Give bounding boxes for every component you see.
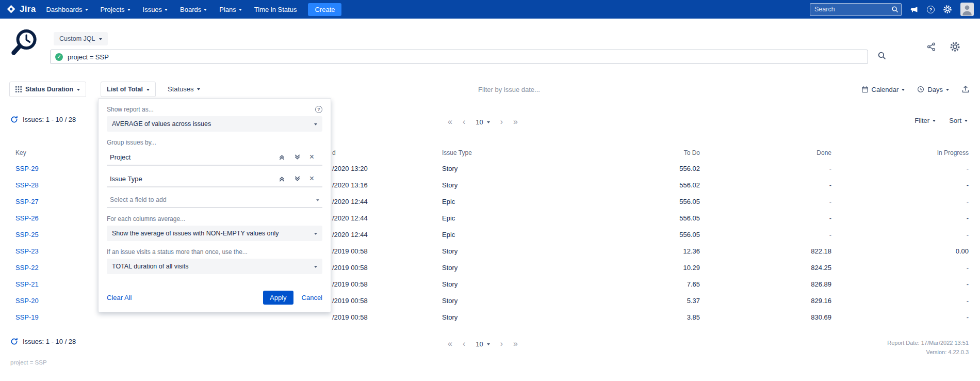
remove-field-icon[interactable]: ×: [309, 153, 314, 161]
chevron-down-icon: [239, 9, 242, 11]
nav-item-projects[interactable]: Projects: [101, 6, 130, 13]
remove-field-icon[interactable]: ×: [309, 174, 314, 183]
done-value: 830.69: [811, 313, 831, 321]
issue-type: Epic: [442, 198, 455, 205]
nav-left: Jira Dashboards Projects Issues Boards P…: [6, 3, 341, 16]
sort-button[interactable]: Sort: [949, 117, 968, 124]
first-page-button[interactable]: «: [448, 118, 452, 126]
issue-type: Story: [442, 297, 458, 305]
move-top-icon[interactable]: [279, 154, 285, 161]
statuses-button[interactable]: Statuses: [168, 85, 200, 93]
issue-created: /2019 00:58: [332, 297, 368, 305]
create-button[interactable]: Create: [308, 3, 341, 16]
to-do-value: 556.02: [679, 165, 700, 172]
nav-item-plans[interactable]: Plans: [219, 6, 242, 13]
move-top-icon[interactable]: [279, 176, 285, 182]
issue-key-link[interactable]: SSP-28: [15, 181, 39, 189]
nav-item-boards[interactable]: Boards: [180, 6, 207, 13]
issue-key-link[interactable]: SSP-29: [15, 165, 39, 172]
help-icon[interactable]: ?: [927, 6, 935, 13]
last-page-button[interactable]: »: [513, 118, 518, 126]
clear-all-link[interactable]: Clear All: [107, 294, 132, 301]
chevron-down-icon: [314, 233, 317, 235]
issue-key-link[interactable]: SSP-27: [15, 198, 39, 205]
chevron-down-icon: [902, 89, 905, 91]
group-field-name: Project: [110, 153, 130, 161]
refresh-icon[interactable]: [10, 338, 18, 345]
settings-gear-icon[interactable]: [950, 41, 960, 52]
page-size-select[interactable]: 10: [476, 340, 489, 348]
issue-created: /2020 13:16: [332, 181, 368, 189]
visits-select[interactable]: TOTAL duration of all visits: [107, 259, 322, 274]
nav-search-input[interactable]: [810, 3, 902, 16]
refresh-icon[interactable]: [10, 116, 18, 123]
first-page-button[interactable]: «: [448, 340, 452, 348]
view-mode-button[interactable]: List of Total: [101, 82, 156, 97]
issue-created: /2019 00:58: [332, 247, 368, 255]
issue-key-link[interactable]: SSP-21: [15, 280, 39, 288]
column-header-issue-type[interactable]: Issue Type: [442, 149, 472, 156]
move-bottom-icon[interactable]: [294, 154, 301, 161]
issue-type: Epic: [442, 214, 455, 222]
column-header-done[interactable]: Done: [816, 149, 831, 156]
filter-button[interactable]: Filter: [914, 117, 936, 124]
last-page-button[interactable]: »: [513, 340, 518, 348]
prev-page-button[interactable]: ‹: [463, 118, 465, 126]
prev-page-button[interactable]: ‹: [463, 340, 465, 348]
columns-average-select[interactable]: Show the average of issues with NON-EMPT…: [107, 226, 322, 241]
chevron-down-icon: [146, 89, 150, 91]
done-value: -: [829, 181, 831, 189]
user-avatar[interactable]: [960, 3, 974, 16]
apply-button[interactable]: Apply: [263, 291, 293, 305]
column-header-in-progress[interactable]: In Progress: [937, 149, 969, 156]
issue-key-link[interactable]: SSP-25: [15, 231, 39, 239]
issue-key-link[interactable]: SSP-23: [15, 247, 39, 255]
report-as-select[interactable]: AVERAGE of values across issues: [107, 116, 322, 132]
issue-type: Story: [442, 181, 458, 189]
jql-input[interactable]: ✓ project = SSP: [50, 50, 868, 64]
issue-type: Story: [442, 247, 458, 255]
chevron-down-icon: [946, 89, 949, 91]
brand-name: Jira: [20, 4, 36, 14]
add-field-select[interactable]: Select a field to add: [107, 193, 322, 208]
chevron-down-icon: [99, 38, 102, 40]
time-units-button[interactable]: Days: [917, 86, 949, 93]
gear-icon[interactable]: [943, 5, 952, 14]
jql-mode-button[interactable]: Custom JQL: [54, 32, 108, 45]
panel-help-icon[interactable]: ?: [315, 106, 322, 113]
nav-item-dashboards[interactable]: Dashboards: [46, 6, 88, 13]
issue-key-link[interactable]: SSP-22: [15, 264, 39, 272]
issue-key-link[interactable]: SSP-26: [15, 214, 39, 222]
issue-created: /2020 13:20: [332, 165, 368, 172]
announcement-icon[interactable]: [910, 5, 919, 14]
column-header-key[interactable]: Key: [15, 149, 26, 156]
pagination: « ‹ 10 › »: [448, 337, 518, 351]
report-date: Report Date: 17/Mar/2022 13:51: [887, 338, 969, 347]
column-header-to-do[interactable]: To Do: [684, 149, 700, 156]
calendar-button[interactable]: Calendar: [861, 86, 905, 93]
next-page-button[interactable]: ›: [500, 340, 503, 348]
jql-search-button[interactable]: [877, 51, 886, 60]
column-header-created[interactable]: d: [332, 149, 336, 156]
next-page-button[interactable]: ›: [500, 118, 503, 126]
jql-header: Custom JQL ✓ project = SSP: [0, 19, 980, 82]
jira-home-link[interactable]: Jira: [6, 4, 36, 14]
issue-key-link[interactable]: SSP-20: [15, 297, 39, 305]
cancel-link[interactable]: Cancel: [302, 294, 322, 301]
export-icon[interactable]: [961, 85, 970, 93]
nav-item-time-in-status[interactable]: Time in Status: [254, 6, 297, 13]
nav-item-issues[interactable]: Issues: [143, 6, 168, 13]
chevron-down-icon: [127, 9, 130, 11]
issue-date-filter-input[interactable]: Filter by issue date...: [478, 86, 540, 93]
group-by-label: Group issues by...: [107, 139, 322, 146]
issue-key-link[interactable]: SSP-19: [15, 313, 39, 321]
done-value: -: [829, 198, 831, 205]
chevron-down-icon: [965, 120, 968, 122]
pagination: « ‹ 10 › »: [448, 115, 518, 129]
move-bottom-icon[interactable]: [294, 176, 301, 182]
issue-created: /2020 12:44: [332, 231, 368, 239]
done-value: 822.18: [811, 247, 831, 255]
share-icon[interactable]: [926, 42, 936, 52]
report-type-button[interactable]: Status Duration: [9, 82, 86, 97]
page-size-select[interactable]: 10: [476, 118, 489, 126]
